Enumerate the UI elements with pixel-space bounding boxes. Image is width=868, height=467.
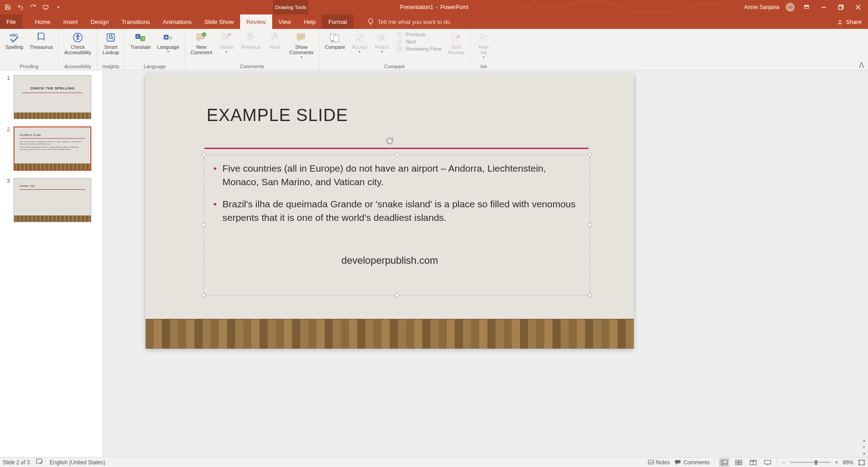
- maximize-button[interactable]: [835, 2, 846, 13]
- new-comment-icon: +: [195, 32, 207, 43]
- notes-icon: [648, 460, 654, 465]
- show-comments-button[interactable]: Show Comments ▾: [288, 31, 315, 60]
- rotation-handle-icon[interactable]: [385, 136, 394, 147]
- tab-animations[interactable]: Animations: [156, 14, 198, 29]
- next-comment-icon: [269, 32, 281, 43]
- slideshow-view-button[interactable]: [763, 458, 773, 467]
- spell-check-status-icon[interactable]: [36, 458, 43, 466]
- zoom-slider[interactable]: [790, 462, 830, 463]
- accept-button: Accept▾: [349, 31, 369, 55]
- zoom-out-button[interactable]: −: [782, 459, 785, 466]
- tab-view[interactable]: View: [272, 14, 297, 29]
- chevron-down-icon: ▾: [301, 55, 302, 59]
- selection-handle[interactable]: [202, 223, 206, 227]
- slide-title[interactable]: EXAMPLE SLIDE: [207, 106, 348, 125]
- fit-to-window-button[interactable]: [858, 459, 865, 466]
- collapse-ribbon-button[interactable]: ᐱ: [857, 62, 865, 68]
- tab-help[interactable]: Help: [297, 14, 322, 29]
- svg-point-2: [604, 0, 607, 3]
- quick-access-toolbar: ▾: [0, 3, 62, 11]
- slide-footer-text[interactable]: developerpublish.com: [146, 255, 634, 266]
- compare-previous-button: Previous: [395, 31, 443, 38]
- slide-indicator[interactable]: Slide 2 of 3: [3, 459, 30, 466]
- slide-prev-arrow[interactable]: ▴: [863, 438, 865, 443]
- comments-button[interactable]: Comments: [675, 459, 710, 466]
- selection-handle[interactable]: [395, 293, 399, 297]
- normal-view-button[interactable]: [719, 458, 729, 467]
- undo-icon[interactable]: [16, 3, 24, 11]
- start-from-beginning-icon[interactable]: [42, 3, 50, 11]
- tab-insert[interactable]: Insert: [57, 14, 85, 29]
- language-indicator[interactable]: English (United States): [50, 459, 105, 466]
- tab-file[interactable]: File: [0, 14, 22, 29]
- slide-body-text[interactable]: Five countries (all in Europe) do not ha…: [213, 162, 584, 233]
- selection-handle[interactable]: [202, 293, 206, 297]
- tab-transitions[interactable]: Transitions: [115, 14, 156, 29]
- group-insights: Smart Lookup Insights: [97, 29, 125, 70]
- smart-lookup-button[interactable]: Smart Lookup: [101, 31, 121, 56]
- previous-comment-button: Previous: [239, 31, 262, 51]
- new-comment-button[interactable]: + New Comment: [189, 31, 214, 56]
- app-name: PowerPoint: [440, 4, 468, 10]
- slide-thumbnail-panel[interactable]: 1 CHECK THE SPELLING 2 EXAMPLE SLIDE Fiv…: [0, 70, 103, 457]
- minimize-button[interactable]: [818, 2, 829, 13]
- selection-handle[interactable]: [588, 153, 592, 157]
- language-button[interactable]: A字 Language ▾: [156, 31, 181, 55]
- spelling-button[interactable]: ABC Spelling: [4, 31, 25, 51]
- reading-view-button[interactable]: [748, 458, 758, 467]
- account-avatar[interactable]: AS: [786, 3, 795, 12]
- svg-rect-28: [356, 35, 363, 42]
- svg-point-14: [109, 35, 113, 38]
- close-button[interactable]: [853, 2, 863, 13]
- svg-point-3: [668, 11, 670, 14]
- svg-rect-42: [739, 460, 742, 462]
- selection-handle[interactable]: [202, 153, 206, 157]
- tab-format[interactable]: Format: [322, 14, 353, 29]
- group-accessibility: Check Accessibility Accessibility: [59, 29, 97, 70]
- check-accessibility-button[interactable]: Check Accessibility: [62, 31, 93, 56]
- thumbnail-slide-3[interactable]: THANK YOU: [14, 178, 91, 222]
- slide-sorter-view-button[interactable]: [734, 458, 744, 467]
- slide-next-arrow[interactable]: ▾: [863, 451, 865, 456]
- bullet-item[interactable]: Five countries (all in Europe) do not ha…: [213, 162, 584, 189]
- zoom-slider-thumb[interactable]: [815, 460, 817, 465]
- account-user-name[interactable]: Annie Sanjana: [744, 4, 779, 10]
- thumbnail-slide-1[interactable]: CHECK THE SPELLING: [14, 75, 91, 119]
- thumbnail-2[interactable]: 2 EXAMPLE SLIDE Five countries (all in E…: [4, 126, 99, 171]
- selection-handle[interactable]: [588, 293, 592, 297]
- tab-design[interactable]: Design: [84, 14, 115, 29]
- tell-me-search[interactable]: Tell me what you want to do: [354, 14, 450, 29]
- compare-button[interactable]: Compare: [323, 31, 347, 51]
- qat-dropdown-icon[interactable]: ▾: [54, 3, 62, 11]
- bullet-item[interactable]: Brazil's ilha de queimada Grande or 'sna…: [213, 197, 584, 225]
- compare-nav-stack: Previous Next Reviewing Pane: [395, 31, 443, 52]
- reviewing-pane-button: Reviewing Pane: [395, 45, 443, 52]
- ribbon-display-options-icon[interactable]: [801, 2, 812, 13]
- comments-icon: [675, 460, 682, 465]
- thumbnail-3[interactable]: 3 THANK YOU: [4, 178, 99, 222]
- save-icon[interactable]: [4, 3, 12, 11]
- reject-icon: [376, 32, 388, 43]
- tab-home[interactable]: Home: [28, 14, 57, 29]
- slide-split-arrow[interactable]: ≡: [863, 444, 865, 449]
- slide-canvas[interactable]: EXAMPLE SLIDE Five countries (all in Eur…: [146, 74, 634, 349]
- redo-icon[interactable]: [29, 3, 37, 11]
- tab-slide-show[interactable]: Slide Show: [198, 14, 240, 29]
- notes-button[interactable]: Notes: [648, 459, 670, 466]
- accept-icon: [354, 32, 365, 43]
- selection-handle[interactable]: [395, 153, 399, 157]
- zoom-level[interactable]: 86%: [843, 459, 854, 466]
- tab-review[interactable]: Review: [240, 14, 272, 29]
- slide-edit-area[interactable]: EXAMPLE SLIDE Five countries (all in Eur…: [103, 70, 868, 457]
- svg-text:A: A: [165, 35, 168, 39]
- decorative-circuit: [515, 0, 723, 14]
- svg-rect-30: [397, 33, 401, 37]
- translate-button[interactable]: a字 Translate: [128, 31, 152, 51]
- thumbnail-slide-2[interactable]: EXAMPLE SLIDE Five countries (all in Eur…: [14, 126, 91, 171]
- thumbnail-1[interactable]: 1 CHECK THE SPELLING: [4, 75, 99, 119]
- selection-handle[interactable]: [588, 223, 592, 227]
- thesaurus-button[interactable]: Thesaurus: [28, 31, 55, 51]
- share-button[interactable]: Share: [830, 14, 868, 29]
- show-comments-icon: [296, 32, 307, 43]
- zoom-in-button[interactable]: +: [835, 459, 838, 466]
